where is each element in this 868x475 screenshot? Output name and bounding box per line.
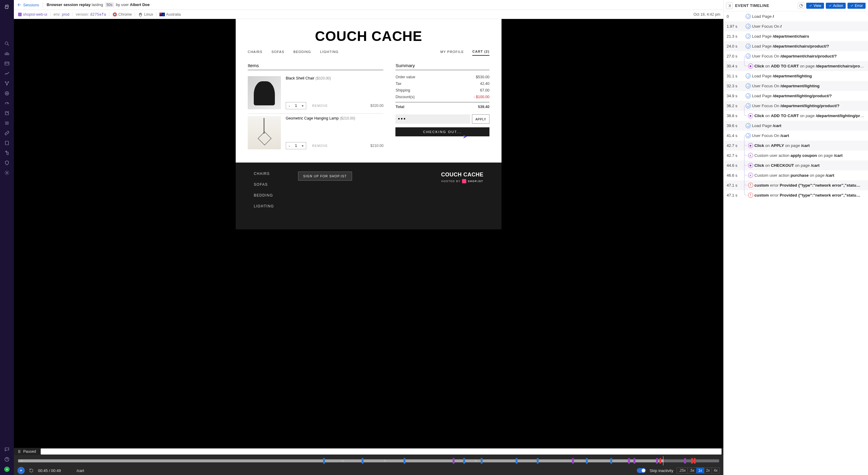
timeline-mark-error[interactable] [691,458,693,464]
qty-minus-button[interactable]: - [286,102,293,109]
checkout-button[interactable]: CHECKING OUT... ➤ [396,127,490,136]
signup-button[interactable]: SIGN UP FOR SHOP.IST [298,172,352,181]
event-row[interactable]: 21.3 sLoad Page /department/chairs [724,31,868,41]
puzzle-icon[interactable] [4,110,10,116]
timeline-mark-focus[interactable] [516,458,518,464]
speed-05x[interactable]: .5x [687,468,696,474]
nav-cart[interactable]: CART (2) [472,50,490,56]
speed-2x[interactable]: 2x [704,468,712,474]
svg-point-9 [5,92,9,95]
timeline-mark-focus[interactable] [610,458,612,464]
timeline-mark-pulse[interactable]: ∿ [383,459,387,463]
timeline-mark-focus[interactable] [586,458,588,464]
nav-chairs[interactable]: CHAIRS [248,50,262,56]
svg-point-7 [8,81,9,82]
speed-025x[interactable]: .25x [677,468,688,474]
remove-item-button[interactable]: REMOVE [312,144,328,147]
timeline-mark-pulse[interactable]: ∿ [20,459,24,463]
separator [43,2,43,7]
service-tag[interactable]: shopist-web-ui [17,12,49,16]
event-row[interactable]: 39.6 sLoad Page /cart [724,121,868,131]
link-icon[interactable] [4,130,10,136]
search-icon[interactable] [4,41,10,46]
gear-icon[interactable] [4,170,10,175]
chat-icon[interactable] [4,447,10,452]
help-icon[interactable] [4,456,10,462]
spray-icon[interactable] [4,150,10,156]
filter-view-chip[interactable]: View [806,3,824,9]
event-row[interactable]: 24.0 sLoad Page /department/chairs/produ… [724,41,868,51]
service-color-icon [18,13,22,16]
book-icon[interactable] [4,140,10,146]
footer-lighting[interactable]: LIGHTING [254,204,274,208]
event-type-icon [746,44,751,49]
timeline-mark-focus[interactable] [463,458,465,464]
back-to-sessions[interactable]: Sessions [17,2,39,7]
binoculars-icon[interactable] [4,51,10,56]
nav-sofas[interactable]: SOFAS [272,50,284,56]
timeline-mark-click[interactable] [656,458,658,464]
timeline-mark-click[interactable] [684,458,686,464]
country-tag[interactable]: Australia [158,12,182,16]
coupon-input[interactable] [396,114,470,124]
event-timestamp: 30.4 s [727,64,744,68]
event-row[interactable]: 31.1 sLoad Page /department/lighting [724,71,868,81]
event-row[interactable]: 30.4 sClick on ADD TO CART on page /depa… [724,61,868,71]
apply-coupon-button[interactable]: APPLY [472,114,490,124]
timeline-mark-focus[interactable] [481,458,483,464]
infra-icon[interactable] [4,81,10,86]
remove-item-button[interactable]: REMOVE [312,104,328,107]
qty-minus-button[interactable]: - [286,142,293,149]
gauge-icon[interactable] [4,101,10,106]
user-status-icon[interactable]: ✦ [4,467,10,472]
target-icon[interactable] [4,91,10,96]
timeline-mark-pulse[interactable]: ∿ [474,459,478,463]
chart-toggle-button[interactable] [798,2,804,9]
event-row[interactable]: 0Load Page / [724,11,868,21]
speed-4x[interactable]: 4x [712,468,720,474]
shield-icon[interactable] [4,160,10,166]
svg-point-27 [140,14,140,14]
play-button[interactable] [18,467,25,474]
chevron-right-icon [727,3,732,8]
nav-lighting[interactable]: LIGHTING [320,50,339,56]
list-icon[interactable] [4,121,10,126]
brand-logo[interactable] [2,2,12,12]
nav-bedding[interactable]: BEDDING [293,50,311,56]
version-tag[interactable]: version:d275efa [74,12,107,16]
collapse-panel-button[interactable] [726,2,733,9]
filter-action-chip[interactable]: Action [826,3,846,9]
event-row[interactable]: 1.97 sUser Focus On / [724,21,868,31]
timeline-mark-click[interactable] [628,458,630,464]
browser-tag[interactable]: Chrome [111,12,133,17]
footer-chairs[interactable]: CHAIRS [254,172,274,176]
timeline-mark-error[interactable] [659,458,661,464]
timeline-scrubber[interactable]: ∿∿∿∿ [14,455,723,466]
rewind-button[interactable] [28,468,34,474]
timeline-mark-pulse[interactable]: ∿ [341,459,345,463]
skip-inactivity-toggle[interactable] [637,468,646,473]
timeline-mark-error[interactable] [694,458,695,464]
timeline-mark-focus[interactable] [404,458,405,464]
event-row[interactable]: 47.1 scustom error Provided {"type":"net… [724,190,868,200]
speed-1x[interactable]: 1x [696,468,704,474]
dashboard-icon[interactable] [4,61,10,66]
footer-bedding[interactable]: BEDDING [254,193,274,198]
nav-profile[interactable]: MY PROFILE [440,50,464,56]
os-tag[interactable]: Linux [137,12,154,17]
event-row[interactable]: 34.9 sLoad Page /department/lighting/pro… [724,91,868,101]
footer-sofas[interactable]: SOFAS [254,182,274,186]
timeline-mark-click[interactable] [453,458,455,464]
qty-plus-button[interactable]: + [299,102,306,109]
timeline-mark-click[interactable] [572,458,574,464]
timeline-mark-focus[interactable] [323,458,325,464]
qty-plus-button[interactable]: + [299,142,306,149]
timeline-mark-focus[interactable] [537,458,538,464]
filter-error-chip[interactable]: Error [847,3,866,9]
timeline-mark-focus[interactable] [362,458,364,464]
chart-icon[interactable] [4,71,10,76]
event-row[interactable]: 38.8 sClick on ADD TO CART on page /depa… [724,111,868,121]
env-tag[interactable]: env:prod [53,12,71,16]
timeline-mark-click[interactable] [633,458,635,464]
event-row[interactable]: 32.3 sUser Focus On /department/lighting [724,81,868,91]
